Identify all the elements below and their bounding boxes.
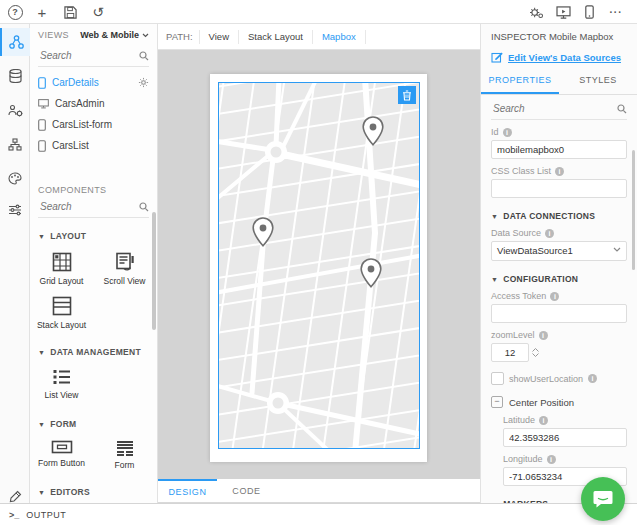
edit-data-sources-link[interactable]: Edit View's Data Sources xyxy=(481,44,637,69)
component-label: Grid Layout xyxy=(40,276,84,286)
zoom-level-stepper[interactable] xyxy=(532,348,539,357)
view-item-cardetails[interactable]: CarDetails xyxy=(30,72,157,93)
section-layout[interactable]: ▼ LAYOUT xyxy=(30,226,157,246)
more-glyph: ··· xyxy=(610,7,623,18)
access-token-input[interactable] xyxy=(491,304,627,323)
view-item-carsadmin[interactable]: CarsAdmin xyxy=(30,93,157,114)
section-editors[interactable]: ▼ EDITORS xyxy=(30,482,157,502)
save-icon[interactable] xyxy=(58,0,82,24)
output-bar[interactable]: >_ OUTPUT xyxy=(0,503,637,525)
more-icon[interactable]: ··· xyxy=(604,0,628,24)
list-view-icon xyxy=(52,368,72,386)
components-search-input[interactable] xyxy=(38,200,136,213)
top-toolbar: ? + ↺ ··· xyxy=(0,0,637,24)
mobile-preview-icon[interactable] xyxy=(578,0,600,24)
gear-icon[interactable] xyxy=(138,77,149,88)
views-search-input[interactable] xyxy=(38,49,136,62)
view-item-carslist[interactable]: CarsList xyxy=(30,135,157,156)
section-configuration[interactable]: ▼CONFIGURATION xyxy=(491,274,627,284)
grid-layout-icon xyxy=(52,252,72,272)
tab-design[interactable]: DESIGN xyxy=(158,479,217,502)
stepper-down-icon[interactable] xyxy=(532,353,539,357)
view-item-label: CarsAdmin xyxy=(55,98,104,109)
section-label: EDITORS xyxy=(50,487,90,497)
delete-component-button[interactable] xyxy=(398,86,416,104)
add-icon[interactable]: + xyxy=(30,0,54,24)
breadcrumb-view[interactable]: View xyxy=(199,30,239,44)
info-icon[interactable]: i xyxy=(539,416,548,425)
tab-styles[interactable]: STYLES xyxy=(559,69,637,94)
edit-icon xyxy=(491,51,503,63)
inspector-search-input[interactable] xyxy=(491,102,611,115)
desktop-preview-icon[interactable] xyxy=(551,0,575,24)
rail-database-icon[interactable] xyxy=(0,62,30,90)
chat-icon xyxy=(593,490,613,508)
section-data-management[interactable]: ▼ DATA MANAGEMENT xyxy=(30,342,157,362)
info-icon[interactable]: i xyxy=(547,455,556,464)
breadcrumb-mapbox[interactable]: Mapbox xyxy=(313,30,366,44)
id-input[interactable] xyxy=(491,140,627,159)
info-icon[interactable]: i xyxy=(588,374,597,383)
component-grid-layout[interactable]: Grid Layout xyxy=(30,246,93,290)
inspector-search xyxy=(491,99,627,120)
left-icon-rail xyxy=(0,24,30,503)
rail-settings-sliders-icon[interactable] xyxy=(0,196,30,224)
data-source-label: Data Sourcei xyxy=(491,228,627,238)
components-title: COMPONENTS xyxy=(38,185,107,195)
latitude-input[interactable] xyxy=(503,428,627,447)
components-scrollbar[interactable] xyxy=(152,212,156,330)
info-icon[interactable]: i xyxy=(503,128,512,137)
help-icon[interactable]: ? xyxy=(3,0,27,24)
mapbox-component[interactable] xyxy=(218,82,420,449)
show-user-location-row: showUserLocation i xyxy=(491,372,627,385)
component-form[interactable]: Form xyxy=(93,434,156,474)
css-class-label: CSS Class Listi xyxy=(491,166,627,176)
inspector-panel: INSPECTOR Mobile Mapbox Edit View's Data… xyxy=(480,24,637,503)
component-stack-layout[interactable]: Stack Layout xyxy=(30,290,93,334)
section-label: DATA MANAGEMENT xyxy=(50,347,141,357)
stepper-up-icon[interactable] xyxy=(532,348,539,352)
tab-properties[interactable]: PROPERTIES xyxy=(481,69,559,94)
info-icon[interactable]: i xyxy=(550,292,559,301)
form-icon xyxy=(115,440,135,456)
info-icon[interactable]: i xyxy=(545,229,554,238)
tab-code[interactable]: CODE xyxy=(217,479,276,502)
breadcrumb-stack-layout[interactable]: Stack Layout xyxy=(239,30,313,44)
view-mode-label: Web & Mobile xyxy=(80,30,139,40)
section-data-connections[interactable]: ▼DATA CONNECTIONS xyxy=(491,211,627,221)
phone-icon xyxy=(38,77,46,89)
inspector-scrollbar[interactable] xyxy=(632,150,635,270)
views-search xyxy=(38,46,149,67)
components-header: COMPONENTS xyxy=(30,184,157,195)
show-user-location-checkbox[interactable] xyxy=(491,372,504,385)
section-form[interactable]: ▼ FORM xyxy=(30,414,157,434)
rail-screens-icon[interactable] xyxy=(0,28,30,56)
section-label: LAYOUT xyxy=(50,231,86,241)
collapse-minus-icon[interactable]: − xyxy=(491,396,503,408)
rail-users-settings-icon[interactable] xyxy=(0,96,30,124)
data-source-select[interactable]: ViewDataSource1 xyxy=(491,241,627,261)
view-item-carslist-form[interactable]: CarsList-form xyxy=(30,114,157,135)
view-item-label: CarsList xyxy=(52,140,89,151)
undo-icon[interactable]: ↺ xyxy=(86,0,110,24)
css-class-input[interactable] xyxy=(491,179,627,198)
info-icon[interactable]: i xyxy=(539,331,548,340)
component-scroll-view[interactable]: Scroll View xyxy=(93,246,156,290)
chat-launcher-button[interactable] xyxy=(581,477,625,521)
zoom-level-input[interactable] xyxy=(491,343,529,362)
rail-theme-palette-icon[interactable] xyxy=(0,164,30,192)
component-list-view[interactable]: List View xyxy=(30,362,93,404)
form-button-icon xyxy=(51,440,73,454)
trash-icon xyxy=(402,90,412,101)
phone-icon xyxy=(38,119,46,131)
center-position-group: − Center Position xyxy=(491,396,627,408)
info-icon[interactable]: i xyxy=(555,167,564,176)
inspector-tabs: PROPERTIES STYLES xyxy=(481,69,637,95)
rail-sitemap-icon[interactable] xyxy=(0,130,30,158)
component-form-button[interactable]: Form Button xyxy=(30,434,93,474)
view-mode-selector[interactable]: Web & Mobile xyxy=(80,30,149,40)
help-glyph: ? xyxy=(8,5,23,20)
settings-gears-icon[interactable] xyxy=(524,0,548,24)
latitude-label: Latitudei xyxy=(503,415,627,425)
component-label: List View xyxy=(45,390,79,400)
